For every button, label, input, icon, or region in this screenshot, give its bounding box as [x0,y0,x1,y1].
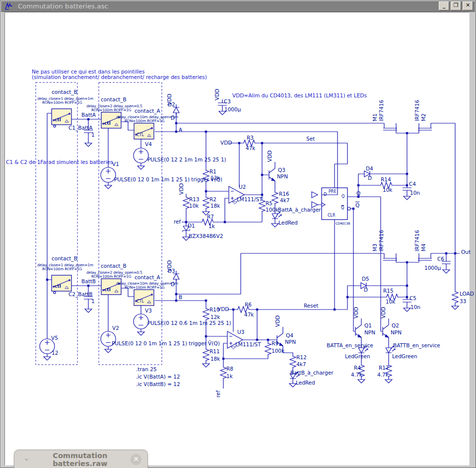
ref-V3[interactable]: V3 [145,308,152,313]
val-R11[interactable]: 18k [210,356,220,362]
ref-R13[interactable]: R13 [189,197,200,202]
ref-R14[interactable]: R14 [381,177,391,182]
val-ff[interactable]: CD4013B [336,221,350,227]
ref-D4[interactable]: D4 [366,166,373,171]
val-C1[interactable]: 1 [91,132,95,138]
val-R17[interactable]: 4.7k [377,372,389,378]
transistor-Q2[interactable] [381,318,389,344]
dock-tab-raw-file[interactable]: ⌄ Commutation batteries.raw ✕ [14,450,148,468]
val-led-green-b[interactable]: LedGreen [392,354,417,359]
val-V2[interactable]: PULSE(0 12 0 1m 1m 1 25 1) trigger V̄(Q) [112,341,220,346]
ref-R7[interactable]: R7 [207,214,214,220]
resistor-R11[interactable] [203,348,209,362]
ref-R3[interactable]: R3 [247,135,254,141]
net-battb-a-charger[interactable]: BattB_à_charger [290,370,333,376]
pin-swB1-ctl[interactable]: ctl [55,284,61,289]
val-M4[interactable]: IRF7416 [414,230,420,251]
resistor-R8[interactable] [220,366,226,380]
ref-R15[interactable]: R15 [383,288,394,294]
net-battb-en-service[interactable]: BATTB_en_service [393,343,440,348]
pin-ff-clr[interactable]: CLR [328,213,336,218]
label-swA1[interactable]: contact_B [52,89,77,95]
val-D1[interactable]: BZX384B6V2 [189,234,223,239]
ref-R12[interactable]: R12 [296,355,307,360]
net-d-d5[interactable]: D [364,287,368,293]
net-batta-en-service[interactable]: BATTA_en_service [327,343,373,348]
net-set[interactable]: Set [306,136,315,142]
val-M3[interactable]: IRF7416 [379,230,384,251]
val-R4[interactable]: 4.7k [351,372,362,378]
ref-R8[interactable]: R8 [226,366,233,372]
flag-vdd-q3[interactable]: VDD [267,151,272,162]
val-C6[interactable]: 1000µ [424,265,441,271]
pin-swB3-ctl[interactable]: CTL [136,299,144,304]
val-R3[interactable]: 47k [246,146,255,151]
val-R12[interactable]: 4k7 [296,362,306,367]
net-ref-b[interactable]: ref [215,390,221,397]
pin-swB2-ctl[interactable]: ctl [104,287,111,293]
pin-ff-d[interactable]: D [324,192,327,197]
val-C4[interactable]: 10n [410,190,420,196]
val-led-red-b[interactable]: LedRed [296,380,315,386]
net-d-bottom[interactable]: D [171,282,175,287]
ref-R6[interactable]: R6 [245,302,252,308]
val-Q2[interactable]: NPN [391,330,402,335]
resistor-R13[interactable] [183,196,189,210]
flag-vdd-d3[interactable]: VDD [167,260,172,272]
net-q[interactable]: Q [356,191,360,196]
val-led-red-a[interactable]: LedRed [278,220,298,226]
chevron-down-icon[interactable]: ⌄ [23,454,30,463]
net-batta[interactable]: BattA [81,112,96,118]
flag-vdd-d2[interactable]: VDD [167,94,172,105]
val-R16[interactable]: 4k7 [280,198,289,203]
net-battb[interactable]: BattB [81,279,96,284]
ref-V4[interactable]: V4 [145,142,152,147]
flag-vdd-q2[interactable]: VDD [381,307,386,318]
directive-ic-batta[interactable]: .ic V(BattA) = 12 [136,374,180,380]
vsource-V4[interactable] [134,145,148,166]
note-pointilles-2[interactable]: (simulation branchement/ debranchement/ … [32,75,207,80]
net-batta-a-charger[interactable]: BattA_à_charger [278,207,321,213]
pin-ff-qbar[interactable]: Q [341,205,344,211]
transistor-Q3[interactable] [267,162,275,188]
val-R15[interactable]: 10k [386,299,395,305]
pin-swA3-ctl[interactable]: CTL [136,132,144,138]
resistor-R10[interactable] [203,307,209,321]
flag-vdd-r6[interactable]: VDD [217,307,229,312]
ref-C1[interactable]: C1_BattA [68,125,92,131]
val-C3[interactable]: 1000µ [224,107,241,112]
note-vdd[interactable]: VDD=Alim du CD4013, des LM111 (LM311) et… [232,93,367,98]
val-M2[interactable]: IRF7416 [414,100,420,121]
ref-C5[interactable]: C5 [409,296,416,301]
resistor-R12[interactable] [290,355,296,369]
val-R6[interactable]: 47k [244,312,254,317]
pin-ff-q[interactable]: Q [341,194,344,199]
flag-vdd-q4[interactable]: VDD [275,315,280,327]
net-b[interactable]: B [179,295,182,300]
net-reset[interactable]: Reset [304,303,318,309]
label-swB3[interactable]: contact_A [135,275,160,280]
net-out[interactable]: Out [461,249,471,255]
ref-C3[interactable]: C3 [224,99,231,104]
ref-D1[interactable]: D1 [188,223,195,229]
flag-vdd-q1[interactable]: VDD [353,307,359,318]
ref-C4[interactable]: C4 [409,181,416,187]
val-R14[interactable]: 10k [383,187,392,193]
val-R13[interactable]: 10k [189,203,199,209]
ref-load[interactable]: LOAD [460,291,474,297]
val-R5[interactable]: 100k [266,207,278,213]
param-swB1-ron[interactable]: RON=100m ROFF=1G [42,266,82,272]
ref-C2[interactable]: C2_BattB [68,292,92,297]
val-R1[interactable]: 12k [210,175,220,181]
label-swA3[interactable]: contact_A [135,108,160,114]
note-batteries[interactable]: C1 & C2 de 1Farad simulent les batteries [6,159,113,165]
ref-R2[interactable]: R2 [209,197,216,202]
net-a[interactable]: A [179,127,182,133]
label-swA2[interactable]: contact_B [101,97,127,102]
param-swB2-ron[interactable]: RON=100m ROFF=1G [91,274,131,279]
ref-Q2[interactable]: Q2 [392,323,399,328]
val-led-green-a[interactable]: LedGreen [345,354,370,359]
vsource-V1[interactable] [101,164,116,185]
ref-R17[interactable]: R17 [379,365,389,371]
resistor-R9[interactable] [265,342,271,356]
